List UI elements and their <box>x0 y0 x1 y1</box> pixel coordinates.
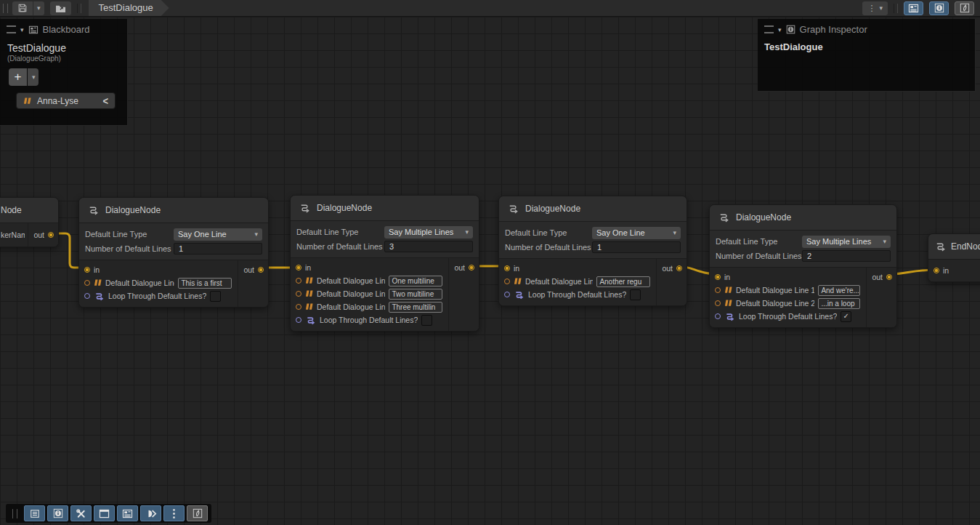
loop-checkbox[interactable] <box>421 315 432 326</box>
blackboard-property-anna-lyse[interactable]: Anna-Lyse < <box>16 92 116 109</box>
inspector-header-label: Graph Inspector <box>800 24 867 35</box>
out-port[interactable] <box>48 232 54 238</box>
open-asset-button[interactable] <box>50 1 71 15</box>
hamburger-icon[interactable] <box>7 25 16 33</box>
caret-down-icon[interactable]: ▾ <box>778 26 782 33</box>
console-panel-button[interactable] <box>24 505 45 521</box>
line-text-input[interactable]: Two multiline <box>389 289 442 300</box>
node-title[interactable]: Node <box>0 198 58 223</box>
toggle-flame-button[interactable] <box>955 1 974 15</box>
loop-checkbox[interactable] <box>630 289 641 300</box>
in-port[interactable] <box>84 267 90 273</box>
line-type-dropdown[interactable]: Say One Line▾ <box>592 227 681 239</box>
blackboard-panel-button[interactable] <box>117 505 138 521</box>
node-title-label: EndNode <box>951 241 980 252</box>
out-port-label: out <box>33 231 44 239</box>
loop-port[interactable] <box>715 313 721 319</box>
start-node[interactable]: Node kerName out <box>0 197 59 247</box>
num-lines-input[interactable]: 2 <box>802 250 891 262</box>
caret-down-icon: ▾ <box>32 73 36 81</box>
num-lines-input[interactable]: 1 <box>592 241 681 253</box>
playback-panel-button[interactable] <box>140 505 161 521</box>
node-title[interactable]: DialogueNode <box>710 205 896 230</box>
node-title[interactable]: EndNode <box>928 234 980 259</box>
loop-checkbox[interactable]: ✓ <box>841 311 851 322</box>
toolbar-drag-handle[interactable] <box>3 4 8 13</box>
loop-port[interactable] <box>504 292 510 297</box>
num-lines-input[interactable]: 1 <box>174 243 262 255</box>
toolbar-drag-handle[interactable] <box>12 509 17 518</box>
toggle-inspector-button[interactable] <box>929 1 949 15</box>
line-text-input[interactable]: This is a first <box>178 278 232 289</box>
node-title[interactable]: DialogueNode <box>291 196 479 220</box>
line-type-label: Default Line Type <box>85 230 174 239</box>
flame-panel-button[interactable] <box>187 505 208 521</box>
add-property-button[interactable]: + <box>9 68 27 86</box>
tools-panel-button[interactable] <box>70 505 92 521</box>
add-property-options-button[interactable]: ▾ <box>28 68 39 86</box>
flame-icon <box>193 508 203 518</box>
in-port[interactable] <box>296 265 301 270</box>
caret-down-icon[interactable]: ▾ <box>20 26 24 33</box>
out-port[interactable] <box>258 267 264 273</box>
in-port[interactable] <box>934 268 939 273</box>
dialogue-node-2[interactable]: DialogueNode Default Line Type Say Multi… <box>290 195 479 332</box>
dialogue-node-1[interactable]: DialogueNode Default Line Type Say One L… <box>78 197 269 308</box>
blackboard-header[interactable]: ▾ Blackboard <box>0 19 127 38</box>
line-port[interactable] <box>296 291 301 297</box>
out-port[interactable] <box>469 265 474 270</box>
info-icon <box>53 508 63 518</box>
line-text-input[interactable]: And we're... <box>818 285 860 296</box>
save-options-button[interactable]: ▾ <box>33 1 44 15</box>
overflow-menu-button[interactable]: ⋮ ▾ <box>862 1 888 15</box>
node-title[interactable]: DialogueNode <box>79 198 268 223</box>
line-port[interactable] <box>296 304 301 310</box>
line-type-label: Default Line Type <box>716 237 802 246</box>
dialogue-node-4[interactable]: DialogueNode Default Line Type Say Multi… <box>709 204 897 328</box>
line-text-input[interactable]: Another regu <box>596 276 650 287</box>
line-text-input[interactable]: ...in a loop <box>818 298 860 309</box>
loop-port[interactable] <box>296 317 301 323</box>
window-panel-button[interactable] <box>94 505 115 521</box>
hamburger-icon[interactable] <box>764 25 774 33</box>
blackboard-panel: ▾ Blackboard TestDialogue (DialogueGraph… <box>0 19 128 126</box>
end-node[interactable]: EndNode in <box>928 233 980 282</box>
line-label: Default Dialogue Line 2 <box>736 299 814 308</box>
line-type-dropdown[interactable]: Say Multiple Lines▾ <box>802 236 891 248</box>
node-title[interactable]: DialogueNode <box>499 196 687 221</box>
in-port[interactable] <box>504 265 510 271</box>
blackboard-icon <box>908 4 919 13</box>
line-label: Default Dialogue Line 2 <box>317 289 385 298</box>
inspector-header[interactable]: ▾ Graph Inspector <box>758 19 975 38</box>
quote-icon <box>305 277 313 284</box>
line-type-dropdown[interactable]: Say One Line▾ <box>174 228 262 241</box>
num-lines-label: Number of Default Lines <box>505 243 592 252</box>
line-port[interactable] <box>296 278 301 284</box>
num-lines-input[interactable]: 3 <box>384 241 473 252</box>
out-port[interactable] <box>676 265 682 271</box>
graph-inspector-panel: ▾ Graph Inspector TestDialogue <box>758 19 976 92</box>
tab-testdialogue[interactable]: TestDialogue <box>89 0 169 16</box>
dialogue-node-3[interactable]: DialogueNode Default Line Type Say One L… <box>498 196 687 306</box>
line-text-input[interactable]: Three multilin <box>389 302 442 313</box>
line-port[interactable] <box>715 287 721 293</box>
info-icon <box>934 3 944 13</box>
out-port[interactable] <box>886 274 892 280</box>
quote-icon <box>305 290 313 297</box>
toggle-blackboard-button[interactable] <box>904 1 923 15</box>
info-panel-button[interactable] <box>47 505 68 521</box>
in-port[interactable] <box>715 274 721 280</box>
line-type-dropdown[interactable]: Say Multiple Lines▾ <box>384 226 473 239</box>
line-port[interactable] <box>715 300 721 306</box>
loop-port[interactable] <box>84 293 90 299</box>
line-port[interactable] <box>84 280 90 286</box>
num-lines-label: Number of Default Lines <box>716 252 802 260</box>
toolbar-separator <box>894 4 898 13</box>
overflow-panel-button[interactable] <box>163 505 185 521</box>
blackboard-graph-title: TestDialogue <box>7 42 127 54</box>
collapse-chevron-icon[interactable]: < <box>102 95 108 107</box>
line-text-input[interactable]: One multiline <box>389 276 442 286</box>
loop-checkbox[interactable] <box>210 291 221 302</box>
line-port[interactable] <box>504 278 510 284</box>
save-button[interactable] <box>12 1 33 15</box>
